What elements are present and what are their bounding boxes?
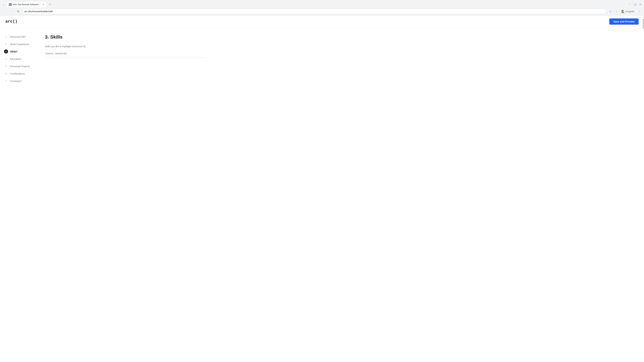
sidebar-item-label-2: Work Experience	[10, 43, 29, 45]
tab-switcher-button[interactable]: ⌄	[1, 2, 6, 7]
sidebar-item-label-3: Skills*	[10, 50, 18, 53]
scrollbar-track[interactable]	[643, 15, 644, 362]
sidebar-item-personal-info[interactable]: 1 Personal Info*	[4, 33, 33, 40]
nav-number-1: 1	[4, 35, 8, 39]
sidebar-item-label-7: Summary*	[10, 80, 22, 82]
incognito-icon: 🕵	[621, 10, 625, 13]
browser-chrome: ⌄ a Hire Top Remote Software Dev... ✕ + …	[0, 0, 644, 15]
active-tab[interactable]: a Hire Top Remote Software Dev... ✕	[7, 1, 47, 7]
app-container: arc() Save and Preview 1 Personal Info* …	[0, 15, 644, 362]
tab-bar: ⌄ a Hire Top Remote Software Dev... ✕ + …	[0, 0, 644, 7]
sidebar-item-education[interactable]: 4 Education	[4, 55, 33, 62]
sidebar-item-work-experience[interactable]: 2 Work Experience	[4, 40, 33, 48]
section-title: 3. Skills	[45, 34, 636, 40]
skills-field-label: Skills you like to highlight (maximum 8)	[45, 45, 636, 48]
incognito-badge: 🕵 Incognito	[620, 9, 636, 14]
tab-favicon: a	[9, 3, 12, 6]
skills-input[interactable]	[45, 49, 206, 57]
window-minimize-button[interactable]: −	[627, 2, 632, 7]
download-button[interactable]: ↓	[614, 9, 619, 14]
nav-number-4: 4	[4, 57, 8, 61]
sidebar-item-label-5: Personal Projects	[10, 65, 30, 68]
url-text: arc.dev/resume/builder/edit	[24, 10, 604, 13]
sidebar-item-personal-projects[interactable]: 5 Personal Projects	[4, 62, 33, 70]
main-content: 1 Personal Info* 2 Work Experience 3 Ski…	[0, 28, 644, 362]
address-bar: ← → ↻ arc.dev/resume/builder/edit ☆ ↓ 🕵 …	[0, 7, 644, 15]
content-area: 3. Skills Skills you like to highlight (…	[37, 28, 644, 362]
tab-close-button[interactable]: ✕	[42, 3, 45, 6]
app-header: arc() Save and Preview	[0, 15, 644, 28]
sidebar-item-label-4: Education	[10, 57, 21, 60]
forward-button[interactable]: →	[9, 9, 14, 14]
sidebar-item-label-6: Certifications	[10, 72, 25, 75]
sidebar-item-summary[interactable]: 7 Summary*	[4, 77, 33, 85]
url-bar[interactable]: arc.dev/resume/builder/edit	[22, 9, 606, 14]
sidebar-nav: 1 Personal Info* 2 Work Experience 3 Ski…	[0, 28, 37, 362]
browser-actions: ☆ ↓ 🕵 Incognito ⋮	[608, 9, 642, 14]
save-preview-button[interactable]: Save and Preview	[609, 18, 639, 25]
back-button[interactable]: ←	[2, 9, 8, 14]
window-close-button[interactable]: ✕	[638, 2, 643, 7]
nav-number-7: 7	[4, 79, 8, 83]
tab-title: Hire Top Remote Software Dev...	[13, 3, 41, 6]
app-logo: arc()	[5, 19, 18, 24]
scrollbar-thumb[interactable]	[643, 19, 644, 29]
bookmark-button[interactable]: ☆	[608, 9, 613, 14]
sidebar-item-skills[interactable]: 3 Skills*	[4, 48, 33, 55]
nav-number-6: 6	[4, 71, 8, 76]
incognito-label: Incognito	[626, 10, 634, 13]
nav-number-2: 2	[4, 42, 8, 46]
refresh-button[interactable]: ↻	[16, 9, 21, 14]
window-maximize-button[interactable]: ⬜	[632, 2, 637, 7]
nav-number-3: 3	[4, 49, 8, 53]
window-controls: − ⬜ ✕	[627, 2, 643, 7]
menu-button[interactable]: ⋮	[636, 9, 642, 14]
sidebar-item-label-1: Personal Info*	[10, 35, 26, 38]
new-tab-button[interactable]: +	[48, 2, 52, 7]
sidebar-item-certifications[interactable]: 6 Certifications	[4, 70, 33, 77]
nav-number-5: 5	[4, 64, 8, 68]
